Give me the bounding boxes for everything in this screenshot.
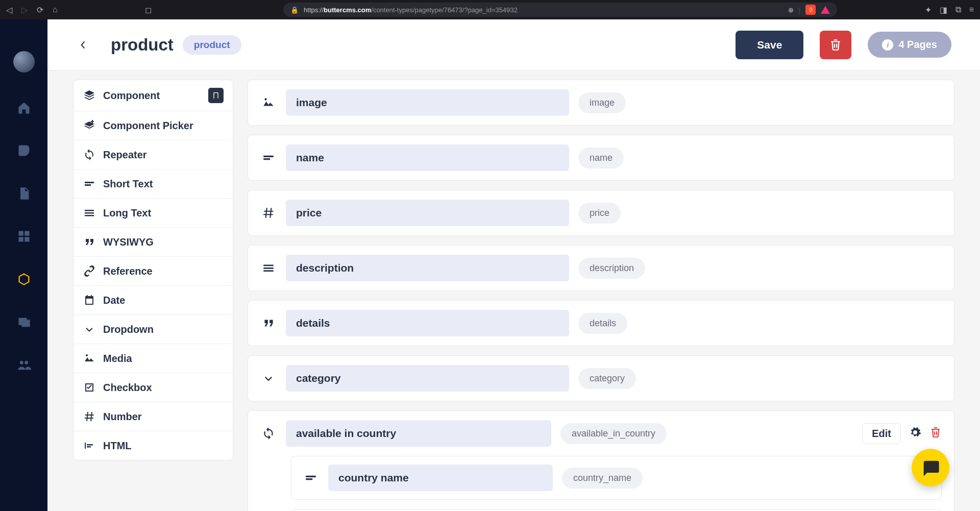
palette-item-checkbox[interactable]: Checkbox: [74, 373, 233, 402]
home-nav-icon[interactable]: ⌂: [53, 5, 58, 14]
hash-icon: [260, 205, 277, 221]
palette-item-label: Date: [103, 295, 125, 306]
palette-item-number[interactable]: Number: [74, 402, 233, 431]
save-button[interactable]: Save: [736, 31, 803, 59]
layers-icon: [83, 89, 96, 102]
palette-item-component[interactable]: Component: [74, 80, 233, 111]
short-text-icon: [83, 177, 96, 190]
palette-item-media[interactable]: Media: [74, 344, 233, 373]
field-card[interactable]: priceprice: [248, 190, 954, 236]
pages-count-button[interactable]: i 4 Pages: [868, 32, 951, 58]
field-label[interactable]: available in country: [286, 420, 551, 447]
hash-icon: [83, 410, 96, 423]
rail-pages-icon[interactable]: [16, 186, 32, 201]
page-title: product: [111, 35, 174, 55]
link-icon: [83, 264, 96, 278]
palette-item-repeater[interactable]: Repeater: [74, 140, 233, 169]
field-slug: available_in_country: [560, 423, 667, 444]
palette-item-reference[interactable]: Reference: [74, 257, 233, 286]
bookmark-icon[interactable]: ◻: [145, 5, 152, 15]
field-label[interactable]: description: [286, 255, 569, 281]
fields-column: imageimagenamenamepricepricedescriptiond…: [248, 80, 954, 511]
lock-icon: 🔒: [290, 6, 299, 14]
palette-item-label: Short Text: [103, 178, 153, 190]
long-text-icon: [83, 206, 96, 220]
divider: |: [799, 6, 800, 14]
palette-item-label: HTML: [103, 440, 132, 452]
field-card[interactable]: detailsdetails: [248, 300, 954, 346]
palette-item-wysiwyg[interactable]: WYSIWYG: [74, 228, 233, 257]
browser-chrome: ◁ ▷ ⟳ ⌂ ◻ 🔒 https://buttercms.com/conten…: [0, 0, 980, 19]
palette-item-label: Checkbox: [103, 382, 152, 394]
field-palette: ComponentComponent PickerRepeaterShort T…: [73, 80, 233, 460]
brave-icon[interactable]: [821, 6, 830, 14]
url-path: /content-types/pagetype/76473/?page_id=3…: [371, 6, 518, 14]
library-icon[interactable]: [208, 88, 224, 103]
rail-home-icon[interactable]: [16, 100, 32, 115]
palette-item-label: Dropdown: [103, 324, 154, 335]
repeat-icon: [260, 425, 277, 442]
field-card[interactable]: country codecountry_code: [291, 509, 942, 511]
layers-plus-icon: [83, 119, 96, 132]
field-card[interactable]: categorycategory: [248, 355, 954, 401]
field-slug: details: [578, 313, 627, 334]
html-icon: [83, 439, 96, 452]
media-icon: [83, 352, 96, 365]
forward-nav-icon[interactable]: ▷: [21, 5, 28, 15]
back-nav-icon[interactable]: ◁: [6, 5, 12, 15]
palette-item-label: WYSIWYG: [103, 236, 154, 248]
info-icon: i: [882, 39, 893, 51]
rail-collections-icon[interactable]: [16, 229, 32, 244]
palette-item-date[interactable]: Date: [74, 286, 233, 315]
page-type-tag: product: [183, 35, 241, 55]
quote-icon: [83, 235, 96, 249]
palette-item-label: Component: [103, 90, 160, 102]
address-bar[interactable]: 🔒 https://buttercms.com/content-types/pa…: [283, 3, 837, 17]
rail-media-icon[interactable]: [16, 314, 32, 330]
palette-item-label: Repeater: [103, 149, 147, 161]
field-card[interactable]: descriptiondescription: [248, 245, 954, 291]
gear-icon[interactable]: [909, 426, 921, 441]
field-label[interactable]: country name: [328, 465, 553, 491]
short-text-icon: [260, 150, 277, 166]
zoom-icon[interactable]: ⊕: [788, 6, 794, 14]
chevron-icon: [83, 323, 96, 336]
field-label[interactable]: name: [286, 144, 569, 171]
palette-item-component-picker[interactable]: Component Picker: [74, 111, 233, 140]
extensions-icon[interactable]: ✦: [925, 5, 932, 15]
menu-icon[interactable]: ≡: [969, 5, 974, 14]
reload-icon[interactable]: ⟳: [37, 5, 43, 15]
chat-bubble-button[interactable]: [912, 449, 949, 486]
pages-count-label: 4 Pages: [898, 39, 937, 51]
field-slug: price: [578, 203, 621, 224]
rail-users-icon[interactable]: [16, 357, 32, 373]
palette-item-long-text[interactable]: Long Text: [74, 199, 233, 228]
repeater-card[interactable]: available in countryavailable_in_country…: [248, 410, 954, 511]
avatar[interactable]: [13, 51, 35, 72]
rail-content-types-icon[interactable]: [16, 272, 32, 287]
back-button[interactable]: [77, 39, 89, 51]
shield-icon[interactable]: 0: [805, 5, 816, 15]
palette-item-dropdown[interactable]: Dropdown: [74, 315, 233, 344]
field-label[interactable]: category: [286, 365, 569, 392]
palette-item-label: Component Picker: [103, 120, 193, 132]
field-label[interactable]: image: [286, 89, 569, 116]
trash-icon[interactable]: [929, 426, 942, 441]
page-header: product product Save i 4 Pages: [47, 19, 980, 70]
field-label[interactable]: details: [286, 310, 569, 336]
palette-item-html[interactable]: HTML: [74, 431, 233, 460]
long-text-icon: [260, 260, 277, 276]
window-icon[interactable]: ⧉: [955, 5, 961, 14]
field-slug: description: [578, 258, 645, 279]
chevron-icon: [260, 370, 277, 386]
field-card[interactable]: namename: [248, 135, 954, 181]
field-label[interactable]: price: [286, 200, 569, 226]
edit-button[interactable]: Edit: [862, 423, 901, 444]
palette-item-short-text[interactable]: Short Text: [74, 169, 233, 199]
checkbox-icon: [83, 381, 96, 394]
field-card[interactable]: country namecountry_name: [291, 456, 942, 500]
sidepanel-icon[interactable]: ◨: [940, 5, 947, 15]
rail-blog-icon[interactable]: [16, 143, 32, 158]
delete-button[interactable]: [820, 31, 851, 59]
field-card[interactable]: imageimage: [248, 80, 954, 126]
